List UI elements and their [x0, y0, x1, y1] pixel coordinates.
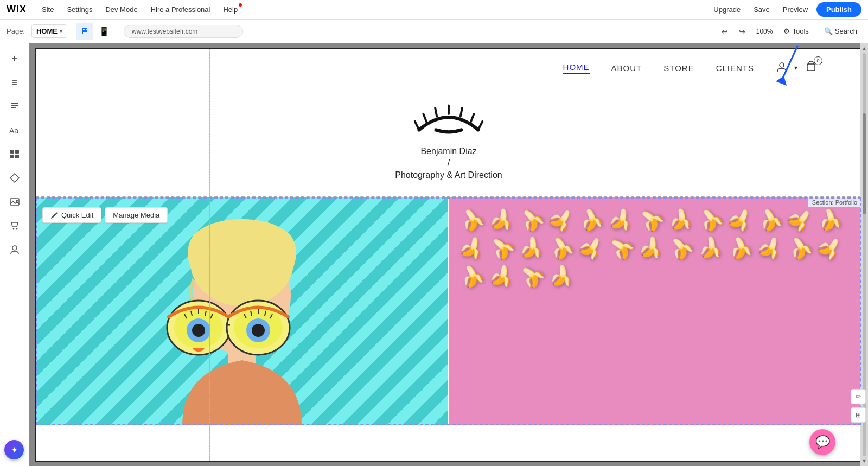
- svg-rect-1: [11, 105, 18, 106]
- banana-item: 🍌: [724, 203, 757, 236]
- design-icon[interactable]: Aa: [4, 119, 25, 141]
- banana-item: 🍌: [456, 232, 488, 263]
- nav-item-home[interactable]: HOME: [563, 62, 590, 74]
- svg-rect-4: [10, 150, 14, 154]
- banana-item: 🍌: [785, 233, 816, 263]
- tools-icon: ⚙: [783, 27, 790, 35]
- settings-menu[interactable]: Settings: [65, 4, 94, 15]
- editor-toolbar: Page: HOME ▾ 🖥 📱 www.testwebsitefr.com ↩…: [0, 20, 868, 43]
- svg-rect-2: [11, 107, 16, 108]
- svg-rect-14: [807, 64, 815, 71]
- nav-icons: ▾ 0: [776, 60, 818, 76]
- wix-apps-icon[interactable]: [4, 167, 25, 189]
- mobile-icon[interactable]: 📱: [95, 23, 113, 40]
- search-icon: 🔍: [824, 27, 833, 35]
- store-icon[interactable]: [4, 215, 25, 237]
- save-button[interactable]: Save: [749, 3, 774, 16]
- wix-ai-icon[interactable]: ✦: [4, 440, 24, 459]
- nav-item-about[interactable]: ABOUT: [611, 63, 642, 73]
- svg-point-10: [12, 228, 14, 230]
- zoom-level: 100%: [756, 28, 773, 35]
- tools-button[interactable]: ⚙ Tools: [779, 25, 813, 37]
- site-nav: HOME ABOUT STORE CLIENTS ▾ 0: [36, 49, 861, 87]
- banana-item: 🍌: [665, 232, 698, 264]
- left-sidebar: + ≡ Aa ✦: [0, 43, 29, 466]
- banana-item: 🍌: [784, 203, 817, 236]
- top-right-actions: Upgrade Save Preview Publish: [709, 2, 861, 17]
- url-bar: www.testwebsitefr.com: [124, 25, 243, 38]
- right-tools: ↩ ↪ 100% ⚙ Tools 🔍 Search: [717, 24, 861, 39]
- cart-icon[interactable]: 0: [804, 60, 818, 76]
- banana-item: 🍌: [457, 262, 487, 290]
- banana-item: 🍌: [606, 205, 637, 235]
- hero-name: Benjamin Diaz: [420, 146, 476, 156]
- portfolio-image-left[interactable]: [36, 197, 448, 425]
- site-logo: [411, 98, 487, 141]
- manage-media-label: Manage Media: [113, 211, 159, 219]
- banana-item: 🍌: [756, 206, 785, 234]
- banana-item: 🍌: [575, 231, 608, 264]
- portfolio-images: 🍌 🍌 🍌 🍌 🍌 🍌 🍌 🍌 🍌 🍌 🍌 🍌: [36, 197, 861, 425]
- portfolio-image-right[interactable]: 🍌 🍌 🍌 🍌 🍌 🍌 🍌 🍌 🍌 🍌 🍌 🍌: [448, 197, 861, 425]
- preview-button[interactable]: Preview: [778, 3, 812, 16]
- add-elements-icon[interactable]: +: [4, 48, 25, 69]
- pencil-icon: [50, 212, 58, 219]
- chat-button[interactable]: 💬: [809, 429, 835, 455]
- page-dropdown[interactable]: HOME ▾: [31, 24, 67, 38]
- expand-icon[interactable]: ⊞: [851, 407, 866, 423]
- edit-icon[interactable]: ✏: [851, 389, 866, 404]
- pages-icon[interactable]: ≡: [4, 72, 25, 93]
- svg-point-9: [16, 200, 18, 202]
- banana-item: 🍌: [635, 203, 668, 236]
- manage-media-button[interactable]: Manage Media: [105, 207, 168, 223]
- svg-text:Aa: Aa: [9, 126, 18, 135]
- hire-professional-menu[interactable]: Hire a Professional: [149, 4, 213, 15]
- dev-mode-menu[interactable]: Dev Mode: [103, 4, 139, 15]
- upgrade-button[interactable]: Upgrade: [709, 3, 745, 16]
- svg-line-17: [435, 108, 437, 117]
- svg-line-15: [415, 122, 419, 130]
- undo-button[interactable]: ↩: [717, 24, 732, 39]
- chevron-down-icon: ▾: [60, 28, 62, 34]
- members-icon[interactable]: [4, 239, 25, 260]
- site-hero: Benjamin Diaz / Photography & Art Direct…: [36, 87, 861, 197]
- app-market-icon[interactable]: [4, 143, 25, 165]
- site-menu[interactable]: Site: [40, 4, 56, 15]
- desktop-icon[interactable]: 🖥: [76, 23, 93, 40]
- publish-button[interactable]: Publish: [816, 2, 861, 17]
- nav-item-store[interactable]: STORE: [663, 63, 694, 73]
- quick-edit-button[interactable]: Quick Edit: [42, 207, 101, 223]
- banana-item: 🍌: [457, 205, 488, 235]
- canvas-area[interactable]: HOME ABOUT STORE CLIENTS ▾ 0: [29, 43, 868, 466]
- scroll-thumb[interactable]: [863, 113, 866, 214]
- svg-rect-0: [11, 103, 18, 104]
- svg-line-16: [423, 114, 426, 123]
- svg-point-11: [16, 228, 17, 230]
- top-bar: WIX Site Settings Dev Mode Hire a Profes…: [0, 0, 868, 20]
- portfolio-section[interactable]: Section: Portfolio Quick Edit Manage Med…: [36, 197, 861, 425]
- user-dropdown-icon[interactable]: ▾: [794, 64, 797, 72]
- banana-item: 🍌: [548, 263, 576, 289]
- scroll-up-arrow[interactable]: ▲: [862, 46, 867, 51]
- svg-point-13: [780, 63, 784, 67]
- search-button[interactable]: 🔍 Search: [820, 25, 861, 37]
- nav-item-clients[interactable]: CLIENTS: [716, 63, 754, 73]
- scroll-down-arrow[interactable]: ▼: [862, 458, 867, 464]
- device-switcher: 🖥 📱: [76, 23, 113, 40]
- svg-rect-6: [10, 155, 14, 158]
- sunglasses: [161, 295, 296, 360]
- redo-button[interactable]: ↪: [735, 24, 750, 39]
- banana-item: 🍌: [636, 234, 666, 262]
- media-icon[interactable]: [4, 191, 25, 213]
- banana-item: 🍌: [546, 233, 577, 263]
- banana-item: 🍌: [668, 207, 694, 232]
- banana-item: 🍌: [698, 235, 724, 260]
- help-menu[interactable]: Help: [221, 4, 240, 15]
- blog-icon[interactable]: [4, 95, 25, 117]
- user-icon[interactable]: [776, 61, 788, 75]
- svg-point-31: [192, 324, 205, 337]
- wix-logo: WIX: [7, 4, 27, 15]
- tools-label: Tools: [792, 27, 808, 35]
- banana-bg-pattern: 🍌 🍌 🍌 🍌 🍌 🍌 🍌 🍌 🍌 🍌 🍌 🍌: [449, 197, 861, 425]
- banana-item: 🍌: [487, 206, 516, 234]
